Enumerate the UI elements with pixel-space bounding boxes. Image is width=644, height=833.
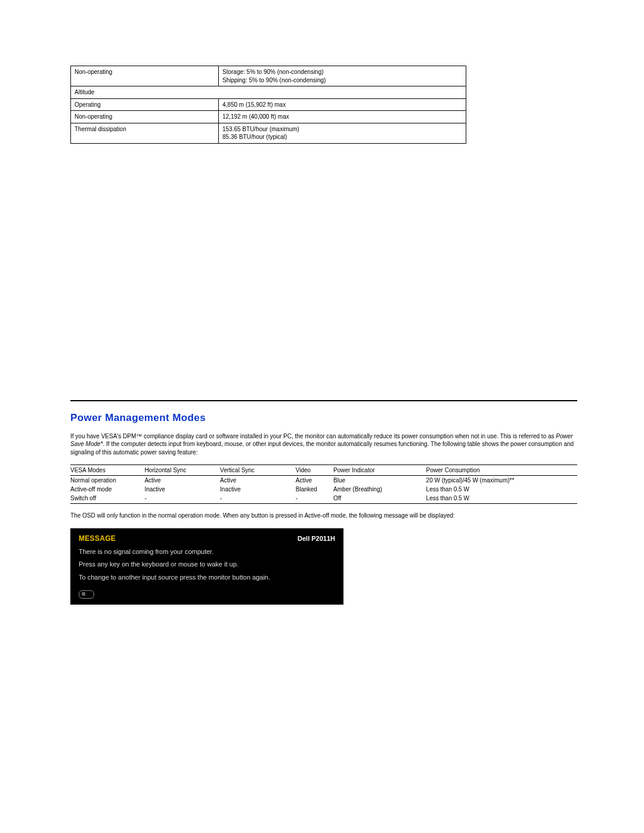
power-modes-table: VESA Modes Horizontal Sync Vertical Sync… xyxy=(70,465,577,504)
environmental-spec-table: Non-operating Storage: 5% to 90% (non-co… xyxy=(70,66,466,144)
spec-value: 4,850 m (15,902 ft) max xyxy=(219,98,466,111)
cell: Active xyxy=(296,476,333,485)
table-row: Switch off - - - Off Less than 0.5 W xyxy=(70,494,577,504)
table-header-row: VESA Modes Horizontal Sync Vertical Sync… xyxy=(70,465,577,476)
table-row: Operating 4,850 m (15,902 ft) max xyxy=(71,98,466,111)
osd-line: There is no signal coming from your comp… xyxy=(79,547,335,556)
spec-section-header: Altitude xyxy=(71,86,466,99)
cell: 20 W (typical)/45 W (maximum)** xyxy=(426,476,577,485)
col-header: Horizontal Sync xyxy=(144,465,220,476)
spec-label: Operating xyxy=(71,98,219,111)
intro-text: If you have VESA's DPM™ compliance displ… xyxy=(70,433,556,439)
table-row: Thermal dissipation 153.65 BTU/hour (max… xyxy=(71,123,466,143)
cell: Amber (Breathing) xyxy=(333,485,426,494)
table-row: Altitude xyxy=(71,86,466,99)
col-header: Power Indicator xyxy=(333,465,426,476)
cell: - xyxy=(296,494,333,504)
cell: Inactive xyxy=(144,485,220,494)
table-row: Normal operation Active Active Active Bl… xyxy=(70,476,577,485)
cell: Switch off xyxy=(70,494,144,504)
spec-value: 153.65 BTU/hour (maximum)85.36 BTU/hour … xyxy=(219,123,466,143)
blank-region xyxy=(70,144,519,400)
osd-line: Press any key on the keyboard or mouse t… xyxy=(79,560,335,569)
col-header: Video xyxy=(296,465,333,476)
table-row: Non-operating 12,192 m (40,000 ft) max xyxy=(71,111,466,123)
spec-label: Non-operating xyxy=(71,111,219,123)
section-heading: Power Management Modes xyxy=(70,412,519,424)
cell: Inactive xyxy=(220,485,296,494)
cell: Active xyxy=(144,476,220,485)
cell: - xyxy=(220,494,296,504)
col-header: Vertical Sync xyxy=(220,465,296,476)
cell: Less than 0.5 W xyxy=(426,494,577,504)
spec-value: 12,192 m (40,000 ft) max xyxy=(219,111,466,123)
spec-value: Storage: 5% to 90% (non-condensing)Shipp… xyxy=(219,66,466,86)
cell: Off xyxy=(333,494,426,504)
col-header: Power Consumption xyxy=(426,465,577,476)
col-header: VESA Modes xyxy=(70,465,144,476)
osd-note: The OSD will only function in the normal… xyxy=(70,512,577,519)
intro-text: . If the computer detects input from key… xyxy=(70,441,574,456)
cell: Less than 0.5 W xyxy=(426,485,577,494)
spec-label: Non-operating xyxy=(71,66,219,86)
osd-model-name: Dell P2011H xyxy=(298,535,335,542)
table-row: Active-off mode Inactive Inactive Blanke… xyxy=(70,485,577,494)
osd-header: MESSAGE Dell P2011H xyxy=(79,534,335,543)
document-page: Non-operating Storage: 5% to 90% (non-co… xyxy=(0,0,519,628)
cell: Blue xyxy=(333,476,426,485)
table-row: Non-operating Storage: 5% to 90% (non-co… xyxy=(71,66,466,86)
osd-line: To change to another input source press … xyxy=(79,573,335,582)
cell: Active-off mode xyxy=(70,485,144,494)
spec-label: Thermal dissipation xyxy=(71,123,219,143)
cell: - xyxy=(144,494,220,504)
osd-button-icon xyxy=(79,590,94,599)
cell: Normal operation xyxy=(70,476,144,485)
section-intro: If you have VESA's DPM™ compliance displ… xyxy=(70,432,577,457)
osd-message-label: MESSAGE xyxy=(79,534,116,543)
cell: Blanked xyxy=(296,485,333,494)
section-divider xyxy=(70,400,577,401)
cell: Active xyxy=(220,476,296,485)
osd-message-box: MESSAGE Dell P2011H There is no signal c… xyxy=(70,528,343,605)
